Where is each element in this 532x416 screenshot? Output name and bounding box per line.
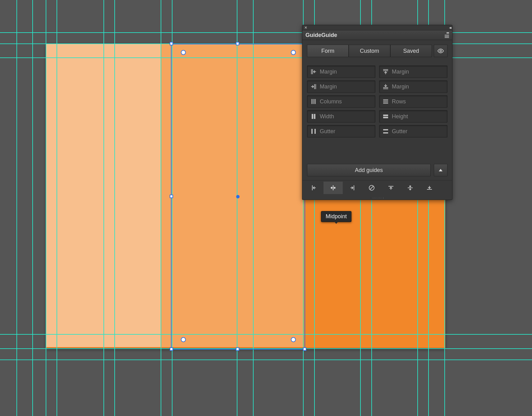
selection-center-dot [236, 195, 240, 198]
tool-align-left[interactable] [304, 182, 323, 194]
tab-custom[interactable]: Custom [349, 45, 390, 57]
margin-right-input[interactable]: Margin [307, 80, 375, 93]
add-guides-button[interactable]: Add guides [307, 164, 431, 176]
row-gutter-icon [383, 128, 389, 134]
tool-clear[interactable] [362, 182, 381, 194]
tab-saved-label: Saved [403, 48, 419, 54]
rows-placeholder: Rows [392, 98, 406, 105]
guide-vertical[interactable] [161, 0, 161, 416]
margin-left-input[interactable]: Margin [307, 66, 375, 78]
columns-icon [310, 98, 317, 105]
panel-body: Form Custom Saved Margin Margin [302, 40, 452, 164]
selection-handle-bl[interactable] [170, 347, 173, 351]
align-bottom-icon [426, 184, 433, 191]
margin-top-input[interactable]: Margin [379, 66, 447, 78]
selection-handle-br[interactable] [303, 347, 306, 351]
triangle-up-icon [438, 168, 443, 173]
guide-vertical[interactable] [46, 0, 46, 416]
margin-bottom-icon [383, 84, 389, 90]
panel-resize-gripper[interactable] [302, 197, 452, 200]
col-gutter-icon [310, 128, 317, 134]
panel-toolbar [302, 180, 452, 197]
selection-handle-tl[interactable] [170, 42, 173, 45]
selection-handle-bm[interactable] [236, 347, 239, 351]
height-input[interactable]: Height [379, 110, 447, 123]
svg-rect-23 [383, 129, 388, 130]
selection-anchor-tr[interactable] [291, 50, 296, 55]
expand-button[interactable] [434, 164, 447, 176]
midpoint-h-icon [407, 184, 414, 191]
margin-top-placeholder: Margin [392, 69, 409, 75]
panel-titlebar[interactable]: GuideGuide [302, 30, 452, 40]
svg-rect-21 [311, 129, 313, 134]
margin-left-placeholder: Margin [320, 69, 337, 75]
rows-input[interactable]: Rows [379, 95, 447, 108]
width-placeholder: Width [320, 113, 334, 120]
columns-placeholder: Columns [320, 98, 342, 105]
svg-line-29 [370, 186, 374, 190]
col-gutter-placeholder: Gutter [320, 128, 335, 135]
tool-midpoint-h[interactable] [401, 182, 420, 194]
panel-footer-primary: Add guides [302, 164, 452, 180]
panel-menu-icon[interactable] [443, 32, 449, 38]
selection-anchor-br[interactable] [291, 337, 296, 342]
guide-vertical[interactable] [57, 0, 57, 416]
columns-input[interactable]: Columns [307, 95, 375, 108]
svg-rect-24 [383, 132, 388, 133]
guide-vertical[interactable] [32, 0, 33, 416]
margin-right-placeholder: Margin [320, 84, 337, 90]
selection-anchor-bl[interactable] [181, 337, 186, 342]
guide-vertical[interactable] [114, 0, 115, 416]
eye-icon [437, 47, 444, 54]
selection-handle-ml[interactable] [170, 195, 173, 198]
add-guides-label: Add guides [355, 167, 383, 174]
tool-align-right[interactable] [343, 182, 362, 194]
align-top-icon [388, 184, 394, 191]
col-gutter-input[interactable]: Gutter [307, 125, 375, 138]
rows-icon [383, 98, 389, 105]
height-icon [383, 113, 389, 120]
svg-rect-19 [383, 115, 388, 116]
tab-form-label: Form [321, 48, 334, 54]
visibility-toggle[interactable] [434, 45, 447, 57]
tab-row: Form Custom Saved [307, 45, 447, 57]
svg-point-0 [440, 50, 442, 52]
panel-chrome: ✕ ◂◂ [302, 25, 452, 30]
clear-icon [368, 184, 375, 191]
selection-anchor-tl[interactable] [181, 50, 186, 55]
guide-vertical[interactable] [16, 0, 17, 416]
margin-left-icon [310, 69, 317, 75]
guide-horizontal[interactable] [0, 359, 532, 360]
svg-rect-18 [314, 114, 315, 119]
tab-saved[interactable]: Saved [390, 45, 432, 57]
svg-rect-17 [312, 114, 313, 119]
margin-bottom-input[interactable]: Margin [379, 80, 447, 93]
width-input[interactable]: Width [307, 110, 375, 123]
svg-rect-20 [383, 117, 388, 118]
margin-bottom-placeholder: Margin [392, 84, 409, 90]
guide-vertical[interactable] [103, 0, 104, 416]
tool-align-bottom[interactable] [420, 182, 439, 194]
row-gutter-input[interactable]: Gutter [379, 125, 447, 138]
midpoint-icon [330, 184, 337, 191]
guideguide-panel: ✕ ◂◂ GuideGuide Form Custom Saved Margin [302, 25, 452, 200]
height-placeholder: Height [392, 113, 408, 120]
tool-align-top[interactable] [381, 182, 401, 194]
align-left-icon [310, 184, 317, 191]
width-icon [310, 113, 317, 120]
panel-title: GuideGuide [305, 32, 337, 38]
tooltip-label: Midpoint [326, 213, 347, 219]
row-gutter-placeholder: Gutter [392, 128, 407, 135]
tool-midpoint[interactable] [323, 182, 343, 194]
collapse-icon[interactable]: ◂◂ [449, 25, 450, 30]
align-right-icon [349, 184, 356, 191]
selection-handle-tm[interactable] [236, 42, 239, 45]
margin-right-icon [310, 84, 317, 90]
margin-top-icon [383, 69, 389, 75]
tab-custom-label: Custom [360, 48, 379, 54]
tooltip: Midpoint [321, 211, 351, 222]
tab-form[interactable]: Form [307, 45, 349, 57]
close-icon[interactable]: ✕ [304, 25, 307, 30]
form-grid: Margin Margin Margin Margin [307, 66, 447, 138]
svg-rect-22 [314, 129, 316, 134]
